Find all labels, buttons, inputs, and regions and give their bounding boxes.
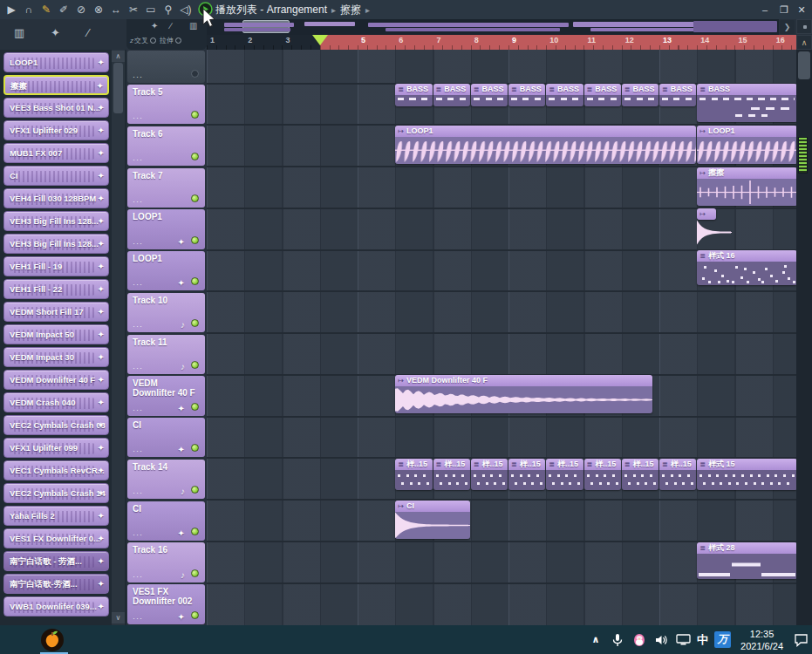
move-icon[interactable]: ✦	[98, 235, 105, 253]
zoom-icon[interactable]: ⚲	[160, 0, 176, 19]
picker-item[interactable]: MUB1 FX 007✦	[3, 143, 109, 163]
picker-item[interactable]: VFX1 Uplifter 099✦	[3, 438, 109, 458]
move-icon[interactable]: ✦	[98, 280, 105, 298]
track-mute-led[interactable]	[191, 528, 199, 535]
picker-item[interactable]: VEH3 Big Fill Ins 128...✦	[3, 234, 109, 254]
picker-item[interactable]: VEDM Impact 50✦	[3, 324, 109, 344]
clip-bass[interactable]: ≣BASS	[659, 84, 696, 106]
playlist-grid[interactable]: ≣BASS≣BASS≣BASS≣BASS≣BASS≣BASS≣BASS≣BASS…	[207, 50, 796, 625]
clip-header[interactable]: ↦	[697, 208, 716, 220]
clip-header[interactable]: ↦LOOP1	[395, 126, 696, 137]
action-center-icon[interactable]	[793, 632, 809, 648]
track-menu-dots[interactable]: ···	[133, 239, 143, 248]
clip-dots16[interactable]: ≣样式 16	[697, 250, 796, 285]
move-icon[interactable]: ✦	[98, 257, 105, 276]
fl-studio-taskbar-icon[interactable]	[38, 627, 70, 652]
track-menu-dots[interactable]: ···	[133, 113, 143, 122]
picker-item[interactable]: Yaha Fills 2✦	[3, 506, 109, 526]
clip-dots15[interactable]: ≣样..15	[546, 459, 583, 490]
clip-decay[interactable]: ↦CI	[395, 501, 470, 539]
clip-dots15[interactable]: ≣样..15	[471, 459, 508, 490]
move-icon[interactable]: ✦	[98, 552, 105, 570]
clip-header[interactable]: ≣样..15	[546, 459, 583, 470]
clip-header[interactable]: ≣BASS	[622, 84, 658, 95]
tray-chevron-icon[interactable]: ∧	[588, 632, 604, 648]
clip-stub[interactable]: ↦	[697, 208, 732, 245]
move-icon[interactable]: ✦	[98, 121, 105, 140]
track-mute-led[interactable]	[191, 319, 199, 327]
move-icon[interactable]: ✦	[98, 99, 105, 117]
clip-blades[interactable]: ↦LOOP1	[395, 126, 696, 164]
move-icon[interactable]: ✦	[97, 77, 104, 95]
picker-item[interactable]: VEH1 Fill - 19✦	[3, 256, 109, 276]
clip-header[interactable]: ≣样式 16	[697, 250, 796, 262]
clip-header[interactable]: ≣样式 28	[697, 542, 796, 554]
taskbar-clock[interactable]: 12:35 2021/6/24	[737, 628, 787, 652]
move-icon[interactable]: ✦	[98, 371, 105, 389]
track-menu-dots[interactable]: ···	[133, 280, 143, 289]
picker-item[interactable]: VEH1 Fill - 22✦	[3, 279, 109, 299]
track-header[interactable]: Track 5···	[127, 85, 205, 124]
magnet-icon[interactable]: ∩	[21, 0, 37, 19]
track-menu-dots[interactable]: ···	[133, 72, 143, 81]
track-header[interactable]: Track 7···	[127, 168, 205, 208]
track-header[interactable]: ···	[127, 51, 205, 83]
clip-dots15[interactable]: ≣样..15	[584, 459, 621, 490]
close-button[interactable]: ✕	[793, 0, 810, 19]
clip-bass[interactable]: ≣BASS	[471, 84, 508, 106]
move-icon[interactable]: ✦	[98, 507, 105, 525]
track-mute-led[interactable]	[191, 361, 199, 369]
clip-header[interactable]: ≣样..15	[659, 459, 696, 470]
clip-header[interactable]: ≣样..15	[433, 459, 470, 470]
playlist-navigator[interactable]	[207, 19, 779, 35]
track-menu-dots[interactable]: ···	[133, 197, 143, 206]
select-icon[interactable]: ▭	[143, 0, 159, 19]
timeline-ruler[interactable]: 1235678910111213141516	[207, 35, 796, 50]
display-network-icon[interactable]	[675, 632, 691, 648]
clip-header[interactable]: ≣BASS	[395, 84, 432, 95]
clip-header[interactable]: ≣BASS	[697, 84, 796, 95]
automation-view-icon[interactable]: ∕	[87, 26, 89, 39]
pencil-icon[interactable]: ✎	[38, 0, 54, 19]
clip-dots15[interactable]: ≣样..15	[433, 459, 470, 490]
track-header[interactable]: Track 11···♪	[127, 335, 205, 374]
clip-header[interactable]: ↦LOOP1	[697, 126, 796, 137]
navigator-expand-button[interactable]: ❯	[780, 20, 795, 34]
move-icon[interactable]: ✦	[98, 461, 105, 480]
track-mute-led[interactable]	[191, 611, 199, 619]
audio-tab-icon[interactable]: ✦	[151, 21, 158, 31]
clip-downlifter[interactable]: ↦VEDM Downlifter 40 F	[395, 375, 652, 413]
clip-header[interactable]: ≣BASS	[584, 84, 621, 95]
picker-item[interactable]: VES1 FX Downlifter 0...✦	[3, 528, 109, 548]
picker-item[interactable]: VEDM Downlifter 40 F✦	[3, 370, 109, 390]
move-icon[interactable]: ✦	[98, 484, 105, 502]
track-mute-led[interactable]	[191, 111, 199, 119]
move-icon[interactable]: ✦	[98, 393, 105, 412]
track-menu-dots[interactable]: ···	[133, 530, 143, 539]
picker-item[interactable]: VEC2 Cymbals Crash 03✦	[3, 415, 109, 435]
track-header[interactable]: Track 14···♪	[127, 460, 205, 499]
move-icon[interactable]: ✦	[98, 597, 105, 616]
move-icon[interactable]: ✦	[98, 189, 105, 208]
restore-button[interactable]: ❐	[775, 0, 793, 19]
clip-header[interactable]: ≣BASS	[659, 84, 696, 95]
track-mute-led[interactable]	[191, 194, 199, 202]
clip-header[interactable]: ≣BASS	[508, 84, 545, 95]
speaker-icon[interactable]	[653, 632, 669, 648]
track-header[interactable]: VES1 FX Downlifter 002···✦	[127, 584, 205, 623]
track-menu-dots[interactable]: ···	[133, 364, 143, 372]
pattern-view-icon[interactable]: ▥	[14, 26, 24, 39]
track-menu-dots[interactable]: ···	[133, 614, 143, 623]
track-header[interactable]: LOOP1···✦	[127, 251, 205, 290]
slip-icon[interactable]: ⊘	[73, 0, 89, 19]
clip-header[interactable]: ≣样..15	[622, 459, 658, 470]
picker-item[interactable]: LOOP1✦	[3, 52, 109, 72]
track-mute-led[interactable]	[191, 569, 199, 577]
track-header[interactable]: CI···✦	[127, 501, 205, 541]
track-mute-led[interactable]	[191, 153, 199, 160]
mute-icon[interactable]: ⊗	[91, 0, 106, 19]
picker-item[interactable]: VEC1 Cymbals RevCR...✦	[3, 460, 109, 480]
picker-item[interactable]: VEH4 Fill 030 128BPM✦	[3, 188, 109, 208]
crossfade-checkbox[interactable]	[150, 37, 156, 44]
track-mute-led[interactable]	[191, 444, 199, 452]
